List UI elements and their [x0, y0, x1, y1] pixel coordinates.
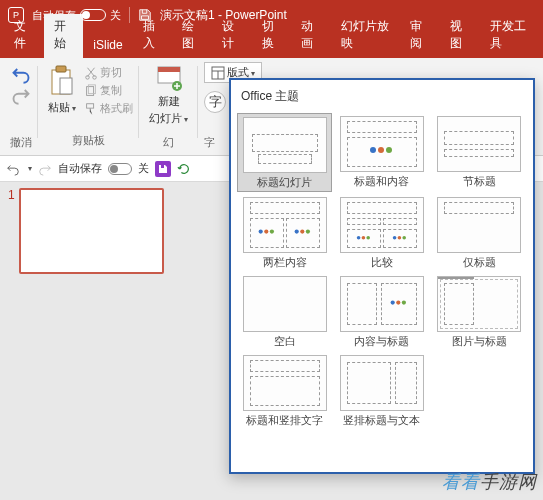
svg-rect-7 — [87, 103, 94, 107]
layout-title-only[interactable]: 仅标题 — [432, 194, 527, 271]
paste-label: 粘贴 — [48, 100, 76, 115]
format-painter-icon — [84, 102, 98, 116]
svg-rect-9 — [158, 67, 180, 72]
layout-two-content[interactable]: 两栏内容 — [237, 194, 332, 271]
layout-title-slide[interactable]: 标题幻灯片 — [237, 113, 332, 192]
svg-rect-14 — [161, 165, 164, 168]
new-slide-label2: 幻灯片 — [149, 111, 188, 126]
ribbon-group-slides: 新建 幻灯片 幻 — [141, 62, 196, 152]
group-label-undo: 撤消 — [10, 135, 32, 152]
svg-rect-2 — [60, 78, 72, 94]
ribbon-group-undo: 撤消 — [6, 62, 36, 152]
refresh-icon[interactable] — [177, 162, 191, 176]
menu-design[interactable]: 设计 — [212, 14, 252, 58]
menu-transitions[interactable]: 切换 — [252, 14, 292, 58]
qat-autosave-state: 关 — [138, 161, 149, 176]
layout-panel-title: Office 主题 — [231, 80, 533, 111]
paste-icon — [48, 64, 76, 98]
menu-review[interactable]: 审阅 — [400, 14, 440, 58]
layout-picture-caption[interactable]: 图片与标题 — [432, 273, 527, 350]
layout-icon — [211, 66, 225, 80]
menu-home[interactable]: 开始 — [44, 14, 84, 58]
group-label-slides: 幻 — [163, 135, 174, 152]
slide-thumbnail[interactable] — [19, 188, 164, 274]
menu-draw[interactable]: 绘图 — [172, 14, 212, 58]
undo-icon[interactable] — [11, 64, 31, 84]
save-button[interactable] — [155, 161, 171, 177]
redo-icon[interactable] — [38, 162, 52, 176]
thumbnail-pane[interactable]: 1 — [0, 182, 172, 500]
watermark: 看看手游网 — [442, 470, 537, 494]
menu-view[interactable]: 视图 — [440, 14, 480, 58]
svg-rect-1 — [56, 66, 66, 72]
menu-insert[interactable]: 插入 — [133, 14, 173, 58]
menu-developer[interactable]: 开发工具 — [480, 14, 539, 58]
menu-slideshow[interactable]: 幻灯片放映 — [331, 14, 400, 58]
new-slide-icon — [155, 64, 183, 92]
group-label-clipboard: 剪贴板 — [72, 133, 105, 150]
ribbon-group-clipboard: 粘贴 剪切 复制 格式刷 剪贴板 — [40, 62, 137, 152]
layout-gallery-panel: Office 主题 标题幻灯片 标题和内容 节标题 两栏内容 比较 仅标题 — [229, 78, 535, 474]
format-painter-button[interactable]: 格式刷 — [84, 100, 133, 117]
new-slide-button[interactable]: 新建 幻灯片 — [145, 62, 192, 128]
layout-blank[interactable]: 空白 — [237, 273, 332, 350]
layout-grid: 标题幻灯片 标题和内容 节标题 两栏内容 比较 仅标题 空白 内容与标题 — [231, 111, 533, 437]
layout-vertical-text[interactable]: 标题和竖排文字 — [237, 352, 332, 429]
copy-button[interactable]: 复制 — [84, 82, 133, 99]
layout-title-content[interactable]: 标题和内容 — [334, 113, 429, 192]
thumbnail-number: 1 — [8, 188, 15, 494]
font-sample-circle[interactable]: 字 — [204, 91, 226, 113]
menu-islide[interactable]: iSlide — [83, 34, 132, 58]
cut-icon — [84, 66, 98, 80]
layout-section-header[interactable]: 节标题 — [432, 113, 527, 192]
group-label-font: 字 — [204, 135, 215, 152]
copy-icon — [84, 84, 98, 98]
redo-icon[interactable] — [11, 85, 31, 105]
layout-vertical-title[interactable]: 竖排标题与文本 — [334, 352, 429, 429]
menu-animations[interactable]: 动画 — [291, 14, 331, 58]
new-slide-label1: 新建 — [158, 94, 180, 109]
undo-history-dropdown[interactable] — [26, 164, 32, 173]
menu-file[interactable]: 文件 — [4, 14, 44, 58]
cut-button[interactable]: 剪切 — [84, 64, 133, 81]
save-disk-icon — [158, 164, 168, 174]
qat-autosave-label: 自动保存 — [58, 161, 102, 176]
toggle-off-icon[interactable] — [80, 9, 106, 21]
paste-button[interactable]: 粘贴 — [44, 62, 80, 117]
undo-icon[interactable] — [6, 162, 20, 176]
layout-comparison[interactable]: 比较 — [334, 194, 429, 271]
qat-toggle-icon[interactable] — [108, 163, 132, 175]
autosave-state: 关 — [110, 8, 121, 23]
menu-bar: 文件 开始 iSlide 插入 绘图 设计 切换 动画 幻灯片放映 审阅 视图 … — [0, 30, 543, 58]
divider — [129, 7, 130, 23]
layout-content-caption[interactable]: 内容与标题 — [334, 273, 429, 350]
